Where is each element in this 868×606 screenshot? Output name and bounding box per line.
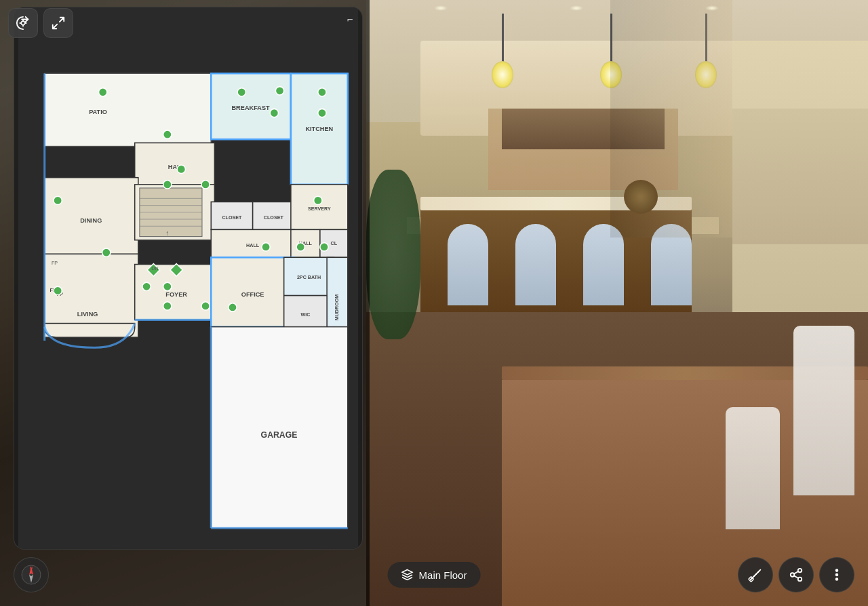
room-label-closet1: CLOSET	[222, 215, 242, 221]
bottom-bar: N Main Floor	[14, 557, 854, 592]
room-label-closet2: CLOSET	[264, 215, 284, 221]
more-button[interactable]	[819, 557, 854, 592]
room-label-cl: CL	[331, 241, 338, 246]
expand-icon	[51, 16, 66, 31]
room-label-bath: 2PC BATH	[297, 275, 321, 280]
svg-point-38	[791, 573, 795, 577]
svg-point-42	[836, 569, 838, 571]
share-icon	[789, 567, 804, 582]
compass-icon: N	[20, 564, 42, 586]
measure-button[interactable]	[738, 557, 773, 592]
svg-point-44	[836, 578, 838, 580]
svg-point-43	[836, 574, 838, 576]
svg-point-37	[798, 569, 802, 573]
hotspot-servery[interactable]	[314, 196, 322, 204]
hotspot-living1[interactable]	[54, 286, 62, 295]
hotspot-kitchen2[interactable]	[275, 87, 283, 95]
hotspot-patio1[interactable]	[99, 88, 107, 96]
floor-selector[interactable]: Main Floor	[388, 562, 481, 588]
share-button[interactable]	[778, 557, 814, 592]
rotate-icon	[16, 16, 31, 31]
ruler-icon	[748, 567, 763, 582]
hotspot-hall1[interactable]	[177, 165, 185, 173]
hotspot-kitchen1[interactable]	[318, 109, 326, 117]
hotspot-cl[interactable]	[320, 243, 328, 251]
hotspot-living2[interactable]	[142, 282, 151, 290]
hotspot-center2[interactable]	[201, 181, 210, 189]
floor-label: Main Floor	[419, 569, 467, 581]
more-icon	[829, 567, 844, 582]
room-label-mudroom: MUDROOM	[334, 295, 340, 321]
room-label-patio: PATIO	[89, 109, 107, 115]
room-label-foyer: FOYER	[165, 291, 187, 298]
hotspot-dining1[interactable]	[54, 196, 62, 204]
svg-text:N: N	[30, 566, 33, 570]
hotspot-patio2[interactable]	[163, 130, 172, 138]
room-label-wic: WIC	[300, 312, 310, 318]
hotspot-center1[interactable]	[163, 181, 172, 189]
hotspot-hall-small1[interactable]	[262, 243, 270, 251]
hotspot-kitchen3[interactable]	[318, 88, 326, 96]
floorplan-panel: PATIO BREAKFAST KITCHEN HALL DINING ↑ FP…	[14, 7, 363, 550]
svg-point-39	[798, 577, 802, 582]
stair-arrow: ↑	[165, 229, 169, 237]
room-label-hall2: HALL	[246, 243, 260, 248]
svg-line-41	[794, 571, 798, 574]
hotspot-breakfast1[interactable]	[237, 88, 245, 96]
corner-mark: ⌐	[347, 14, 353, 25]
label-dn: DN	[151, 266, 158, 271]
room-label-office: OFFICE	[241, 291, 264, 298]
svg-marker-35	[402, 570, 412, 575]
room-label-breakfast: BREAKFAST	[231, 105, 270, 111]
hotspot-dining2[interactable]	[102, 248, 111, 257]
layers-icon	[401, 569, 414, 581]
room-label-servery: SERVERY	[308, 206, 331, 212]
floorplan-svg[interactable]: PATIO BREAKFAST KITCHEN HALL DINING ↑ FP…	[14, 7, 362, 549]
room-label-garage: GARAGE	[261, 430, 298, 440]
compass-button[interactable]: N	[14, 557, 49, 592]
hotspot-hall-small2[interactable]	[296, 243, 304, 251]
hotspot-foyer[interactable]	[163, 302, 172, 310]
label-fp-dining: FP	[52, 261, 58, 266]
room-label-kitchen: KITCHEN	[305, 126, 333, 132]
floorplan-toolbar	[8, 8, 73, 38]
room-label-living: LIVING	[77, 311, 98, 318]
svg-line-40	[794, 575, 798, 578]
right-controls	[738, 557, 854, 592]
hotspot-breakfast2[interactable]	[270, 109, 278, 117]
svg-rect-1	[45, 73, 212, 146]
svg-rect-25	[211, 327, 348, 529]
expand-button[interactable]	[43, 8, 73, 38]
hotspot-living3[interactable]	[163, 282, 172, 290]
rotate-view-button[interactable]	[8, 8, 38, 38]
hotspot-office[interactable]	[229, 303, 237, 311]
room-label-dining: DINING	[80, 217, 102, 224]
hotspot-foyer2[interactable]	[201, 302, 210, 310]
